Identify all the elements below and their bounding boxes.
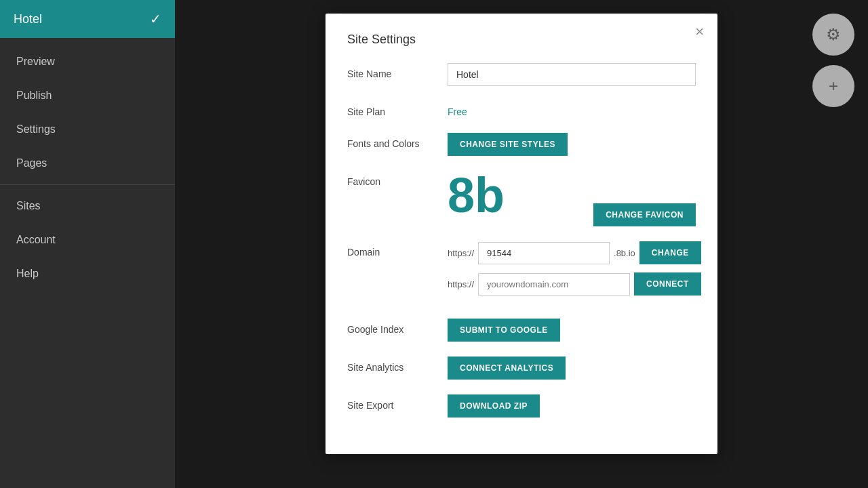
check-icon: ✓ [150,11,161,27]
sidebar: Hotel ✓ Preview Publish Settings Pages S… [0,0,175,488]
site-name-input[interactable] [448,63,696,86]
sidebar-item-sites[interactable]: Sites [0,189,175,223]
site-name-label: Site Name [347,63,448,79]
favicon-content: 8b CHANGE FAVICON [448,171,696,226]
site-export-row: Site Export DOWNLOAD ZIP [347,394,696,418]
domain-8b-row: https:// .8b.io CHANGE [448,241,701,264]
sidebar-item-help[interactable]: Help [0,257,175,291]
domain-custom-row: https:// CONNECT [448,272,701,296]
sidebar-header[interactable]: Hotel ✓ [0,0,175,38]
favicon-inner: 8b CHANGE FAVICON [448,171,696,226]
domain-8b-input[interactable] [478,242,610,264]
domain-row-outer: Domain https:// .8b.io CHANGE https:// C… [347,241,696,304]
sidebar-nav: Preview Publish Settings Pages Sites Acc… [0,38,175,298]
site-name-row: Site Name [347,63,696,86]
change-favicon-button[interactable]: CHANGE FAVICON [593,203,696,226]
sidebar-item-preview[interactable]: Preview [0,45,175,79]
fonts-content: CHANGE SITE STYLES [448,133,696,156]
domain-label: Domain [347,241,448,258]
site-settings-modal: Site Settings × Site Name Site Plan Free… [326,14,717,454]
domain-content: https:// .8b.io CHANGE https:// CONNECT [448,241,701,304]
favicon-display: 8b [448,171,505,220]
site-export-label: Site Export [347,394,448,411]
modal-title: Site Settings [347,33,696,47]
site-plan-link[interactable]: Free [448,101,467,117]
google-index-content: SUBMIT TO GOOGLE [448,319,696,342]
sidebar-divider [0,184,175,185]
sidebar-item-pages[interactable]: Pages [0,146,175,180]
sidebar-item-publish[interactable]: Publish [0,79,175,113]
site-analytics-row: Site Analytics CONNECT ANALYTICS [347,357,696,380]
main-area: ⚙ + Site Settings × Site Name Site Plan … [175,0,868,488]
domain-custom-input[interactable] [478,273,630,296]
domain-prefix-custom: https:// [448,279,474,289]
sidebar-item-account[interactable]: Account [0,223,175,257]
site-export-content: DOWNLOAD ZIP [448,394,696,418]
site-name-content [448,63,696,86]
download-zip-button[interactable]: DOWNLOAD ZIP [448,394,540,418]
site-analytics-content: CONNECT ANALYTICS [448,357,696,380]
change-domain-button[interactable]: CHANGE [639,241,701,264]
modal-overlay: Site Settings × Site Name Site Plan Free… [175,0,868,488]
site-analytics-label: Site Analytics [347,357,448,373]
google-index-row: Google Index SUBMIT TO GOOGLE [347,319,696,342]
google-index-label: Google Index [347,319,448,335]
sidebar-title: Hotel [14,12,42,26]
fonts-label: Fonts and Colors [347,133,448,149]
submit-google-button[interactable]: SUBMIT TO GOOGLE [448,319,560,342]
close-button[interactable]: × [695,24,704,39]
domain-prefix-8b: https:// [448,248,474,258]
fonts-colors-row: Fonts and Colors CHANGE SITE STYLES [347,133,696,156]
sidebar-item-settings[interactable]: Settings [0,113,175,146]
domain-suffix-8b: .8b.io [614,248,635,258]
favicon-label: Favicon [347,171,448,187]
site-plan-content: Free [448,101,696,118]
site-plan-row: Site Plan Free [347,101,696,118]
connect-analytics-button[interactable]: CONNECT ANALYTICS [448,357,566,380]
change-site-styles-button[interactable]: CHANGE SITE STYLES [448,133,568,156]
favicon-row: Favicon 8b CHANGE FAVICON [347,171,696,226]
site-plan-label: Site Plan [347,101,448,117]
connect-domain-button[interactable]: CONNECT [634,272,701,296]
